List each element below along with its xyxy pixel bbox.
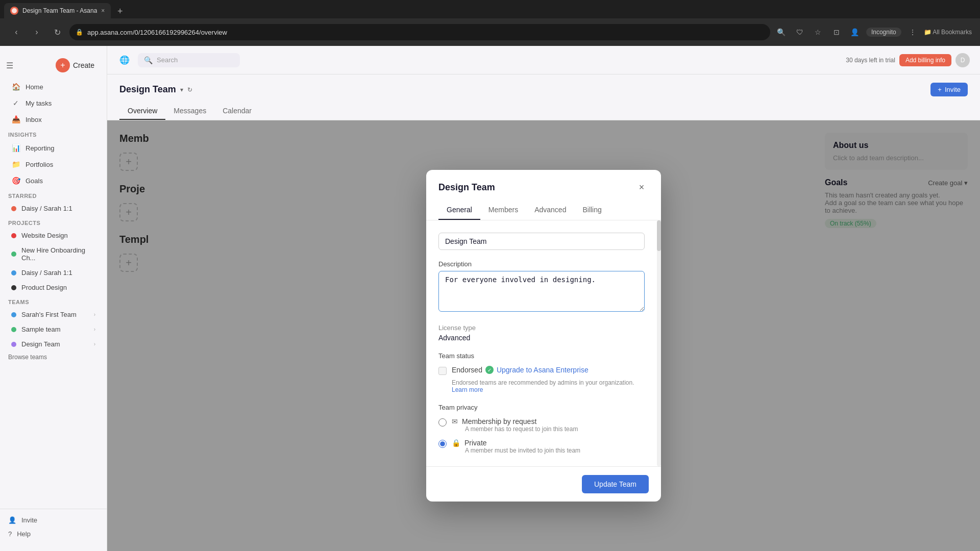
tab-messages[interactable]: Messages — [165, 103, 214, 120]
update-team-button[interactable]: Update Team — [582, 475, 649, 493]
tab-title: Design Team Team - Asana — [22, 7, 97, 14]
sidebar-item-goals[interactable]: 🎯 Goals — [3, 173, 104, 188]
scrollbar-thumb[interactable] — [657, 220, 661, 251]
dot-purple-icon — [11, 342, 16, 347]
endorsed-checkbox[interactable] — [438, 367, 447, 375]
team-title-row: Design Team ▾ ↻ + Invite — [119, 83, 968, 96]
radio-membership-label-group: ✉ Membership by request A member has to … — [452, 417, 578, 433]
modal-title: Design Team — [438, 182, 495, 193]
sidebar-item-inbox[interactable]: 📥 Inbox — [3, 112, 104, 127]
license-type-label: License type — [438, 324, 645, 332]
modal-close-btn[interactable]: × — [634, 180, 649, 194]
search-bar[interactable]: 🔍 Search — [138, 53, 240, 67]
team-privacy-label: Team privacy — [438, 404, 645, 411]
membership-request-desc: A member has to request to join this tea… — [465, 425, 578, 433]
endorsed-check-icon — [485, 366, 494, 374]
endorsed-row: Endorsed Upgrade to Asana Enterprise — [438, 366, 645, 375]
radio-private-label-group: 🔒 Private A member must be invited to jo… — [452, 439, 580, 454]
search-icon[interactable]: 🔍 — [774, 25, 789, 39]
modal-scrollbar[interactable] — [655, 220, 661, 466]
sidebar-item-new-hire[interactable]: New Hire Onboarding Ch... — [3, 243, 104, 265]
team-privacy-section: Team privacy ✉ Membership by request A — [438, 404, 645, 454]
dot-dark-icon — [11, 285, 16, 290]
back-btn[interactable]: ‹ — [8, 24, 24, 40]
sidebar: ☰ + Create 🏠 Home ✓ My tasks 📥 Inbox Ins… — [0, 46, 107, 551]
forward-btn[interactable]: › — [29, 24, 45, 40]
star-icon[interactable]: ☆ — [811, 25, 825, 39]
description-textarea[interactable]: For everyone involved in designing. — [438, 271, 645, 312]
insights-header: Insights — [0, 128, 107, 140]
nav-right: 🔍 🛡 ☆ ⊡ 👤 Incognito ⋮ 📁 All Bookmarks — [774, 25, 972, 39]
radio-membership-request: ✉ Membership by request A member has to … — [438, 417, 645, 433]
inbox-icon: 📥 — [11, 115, 20, 124]
sidebar-item-portfolios[interactable]: 📁 Portfolios — [3, 157, 104, 172]
invite-button[interactable]: + Invite — [930, 83, 968, 96]
modal-tab-billing[interactable]: Billing — [574, 201, 609, 220]
tab-close-btn[interactable]: × — [101, 7, 105, 14]
new-tab-btn[interactable]: + — [113, 4, 127, 18]
tab-overview[interactable]: Overview — [119, 103, 165, 120]
user-avatar[interactable]: D — [955, 53, 970, 67]
globe-icon[interactable]: 🌐 — [117, 53, 132, 67]
radio-membership-request-input[interactable] — [438, 418, 447, 427]
team-name-input[interactable] — [438, 233, 645, 250]
sidebar-item-invite[interactable]: 👤 Invite — [0, 513, 107, 527]
more-options-icon[interactable]: ⋮ — [905, 25, 920, 39]
sidebar-item-help[interactable]: ? Help — [0, 527, 107, 541]
scrollbar-track — [657, 220, 661, 466]
arrow-2-icon: › — [94, 327, 95, 332]
modal-tab-general[interactable]: General — [438, 201, 480, 220]
billing-button[interactable]: Add billing info — [899, 54, 951, 66]
sidebar-item-design-team[interactable]: Design Team › — [3, 337, 104, 351]
refresh-btn[interactable]: ↻ — [49, 24, 65, 40]
lock-privacy-icon: 🔒 — [452, 439, 460, 447]
sidebar-item-sarahs-first-team[interactable]: Sarah's First Team › — [3, 308, 104, 321]
goals-icon: 🎯 — [11, 176, 20, 185]
search-placeholder: Search — [157, 56, 178, 64]
sidebar-item-product-design[interactable]: Product Design — [3, 281, 104, 294]
incognito-badge[interactable]: Incognito — [866, 28, 901, 37]
sidebar-item-home[interactable]: 🏠 Home — [3, 79, 104, 94]
dot-red-icon — [11, 233, 16, 238]
header-right: 30 days left in trial Add billing info D — [846, 53, 970, 67]
modal-tab-advanced[interactable]: Advanced — [526, 201, 574, 220]
tab-calendar[interactable]: Calendar — [214, 103, 260, 120]
hamburger-icon[interactable]: ☰ — [6, 61, 13, 70]
sidebar-item-reporting[interactable]: 📊 Reporting — [3, 140, 104, 156]
endorsed-label-group: Endorsed Upgrade to Asana Enterprise — [452, 366, 589, 374]
learn-more-link[interactable]: Learn more — [452, 386, 483, 393]
browse-teams-link[interactable]: Browse teams — [0, 352, 107, 363]
browser-chrome: Design Team Team - Asana × + ‹ › ↻ 🔒 app… — [0, 0, 980, 46]
header-left: 🌐 🔍 Search — [117, 53, 240, 67]
address-bar[interactable]: 🔒 app.asana.com/0/1206166192996264/overv… — [69, 24, 770, 40]
invite-label: Invite — [945, 86, 961, 93]
radio-private-input[interactable] — [438, 440, 447, 448]
sidebar-item-my-tasks[interactable]: ✓ My tasks — [3, 95, 104, 111]
projects-header: Projects — [0, 216, 107, 228]
team-refresh-icon[interactable]: ↻ — [187, 86, 192, 93]
sidebar-item-website-design[interactable]: Website Design — [3, 229, 104, 242]
sidebar-item-daisy-sarah-starred[interactable]: Daisy / Sarah 1:1 — [3, 202, 104, 215]
license-type-section: License type Advanced — [438, 324, 645, 342]
shield-icon[interactable]: 🛡 — [793, 25, 807, 39]
private-label: Private — [464, 439, 487, 447]
active-tab[interactable]: Design Team Team - Asana × — [4, 3, 111, 18]
sidebar-toggle-icon[interactable]: ⊡ — [829, 25, 844, 39]
dot-green-2-icon — [11, 327, 16, 332]
team-header: Design Team ▾ ↻ + Invite Overview Messag… — [107, 74, 980, 120]
app: ☰ + Create 🏠 Home ✓ My tasks 📥 Inbox Ins… — [0, 46, 980, 551]
upgrade-link[interactable]: Upgrade to Asana Enterprise — [497, 366, 589, 374]
bookmarks-label: 📁 All Bookmarks — [924, 29, 972, 36]
create-button[interactable]: + Create — [50, 55, 101, 76]
team-chevron-icon[interactable]: ▾ — [180, 86, 183, 93]
sidebar-item-daisy-sarah-project[interactable]: Daisy / Sarah 1:1 — [3, 266, 104, 280]
modal-tab-members[interactable]: Members — [480, 201, 526, 220]
profile-icon[interactable]: 👤 — [848, 25, 862, 39]
help-icon: ? — [8, 530, 12, 538]
modal-footer: Update Team — [426, 466, 661, 502]
address-url: app.asana.com/0/1206166192996264/overvie… — [87, 29, 764, 36]
check-icon: ✓ — [11, 98, 20, 108]
dot-pink-icon — [11, 206, 16, 211]
sidebar-bottom: 👤 Invite ? Help — [0, 509, 107, 545]
sidebar-item-sample-team[interactable]: Sample team › — [3, 322, 104, 336]
